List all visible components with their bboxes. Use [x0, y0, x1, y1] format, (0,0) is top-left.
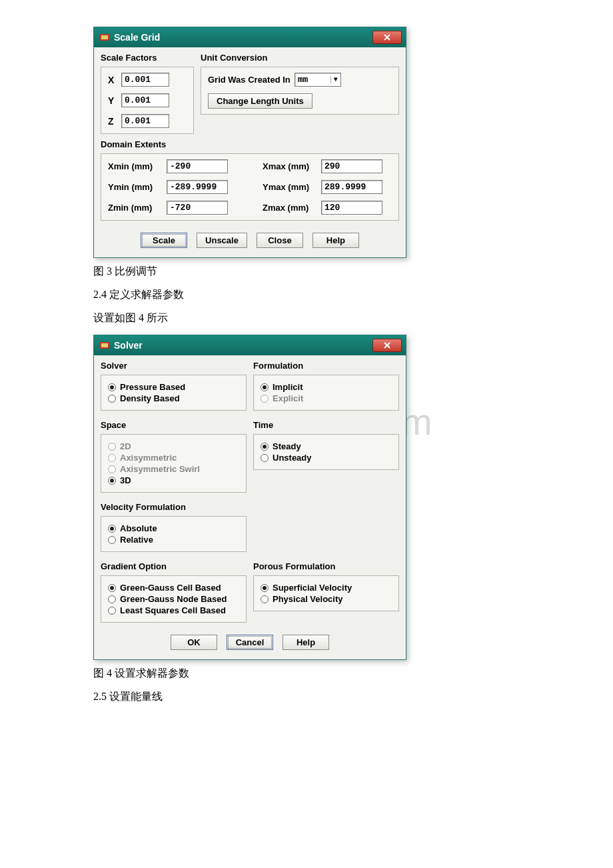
- radio-label: Green-Gauss Cell Based: [120, 583, 221, 593]
- close-window-button[interactable]: [372, 339, 402, 352]
- radio-icon: [108, 443, 116, 451]
- radio-lsq-cell[interactable]: Least Squares Cell Based: [108, 605, 239, 615]
- ymax-label: Ymax (mm): [263, 182, 317, 192]
- figure-4-caption: 图 4 设置求解器参数: [93, 667, 520, 681]
- dialog-title: Scale Grid: [114, 32, 160, 43]
- svg-rect-3: [101, 343, 108, 347]
- xmin-input[interactable]: [167, 159, 228, 173]
- radio-label: 2D: [120, 441, 131, 451]
- radio-icon: [261, 395, 269, 403]
- ymin-input[interactable]: [167, 180, 228, 194]
- ymax-input[interactable]: [321, 180, 382, 194]
- radio-label: Physical Velocity: [273, 594, 343, 604]
- radio-axisymmetric: Axisymmetric: [108, 453, 239, 463]
- ok-button[interactable]: OK: [171, 635, 217, 650]
- xmax-input[interactable]: [321, 159, 382, 173]
- zmax-input[interactable]: [321, 201, 382, 215]
- radio-icon: [261, 584, 269, 592]
- close-button[interactable]: Close: [257, 233, 303, 248]
- app-icon: [99, 32, 110, 43]
- radio-steady[interactable]: Steady: [261, 441, 392, 451]
- chevron-down-icon: ▼: [330, 76, 338, 83]
- unit-conversion-label: Unit Conversion: [201, 53, 399, 63]
- scale-y-input[interactable]: [121, 93, 169, 107]
- y-label: Y: [108, 95, 117, 106]
- domain-extents-label: Domain Extents: [101, 139, 399, 149]
- radio-gg-node[interactable]: Green-Gauss Node Based: [108, 594, 239, 604]
- radio-label: Absolute: [120, 523, 157, 533]
- time-group-label: Time: [253, 420, 399, 430]
- z-label: Z: [108, 116, 117, 127]
- radio-icon: [108, 536, 116, 544]
- radio-icon: [261, 443, 269, 451]
- radio-label: 3D: [120, 475, 131, 485]
- cancel-button[interactable]: Cancel: [227, 635, 273, 650]
- velocity-group-label: Velocity Formulation: [101, 502, 247, 512]
- radio-label: Relative: [120, 535, 153, 545]
- solver-dialog: Solver Solver Pressure Based: [93, 335, 406, 660]
- x-label: X: [108, 75, 117, 85]
- radio-explicit: Explicit: [261, 393, 392, 403]
- unscale-button[interactable]: Unscale: [197, 233, 247, 248]
- radio-icon: [108, 383, 116, 391]
- formulation-group-label: Formulation: [253, 361, 399, 371]
- grid-unit-value: mm: [298, 75, 308, 85]
- radio-label: Axisymmetric: [120, 453, 177, 463]
- radio-icon: [108, 525, 116, 533]
- radio-icon: [108, 595, 116, 603]
- radio-3d[interactable]: 3D: [108, 475, 239, 485]
- radio-icon: [108, 454, 116, 462]
- radio-label: Implicit: [273, 382, 303, 392]
- radio-label: Green-Gauss Node Based: [120, 594, 227, 604]
- space-group-label: Space: [101, 420, 247, 430]
- section-2-4-desc: 设置如图 4 所示: [93, 311, 520, 325]
- radio-axisymmetric-swirl: Axisymmetric Swirl: [108, 464, 239, 474]
- radio-relative[interactable]: Relative: [108, 535, 239, 545]
- zmin-input[interactable]: [167, 201, 228, 215]
- radio-absolute[interactable]: Absolute: [108, 523, 239, 533]
- grid-unit-select[interactable]: mm ▼: [295, 73, 341, 87]
- zmax-label: Zmax (mm): [263, 203, 317, 213]
- radio-icon: [108, 584, 116, 592]
- radio-superficial-velocity[interactable]: Superficial Velocity: [261, 583, 392, 593]
- section-2-5-heading: 2.5 设置能量线: [93, 690, 520, 704]
- zmin-label: Zmin (mm): [108, 203, 163, 213]
- radio-physical-velocity[interactable]: Physical Velocity: [261, 594, 392, 604]
- radio-icon: [261, 595, 269, 603]
- radio-pressure-based[interactable]: Pressure Based: [108, 382, 239, 392]
- radio-2d: 2D: [108, 441, 239, 451]
- svg-rect-1: [101, 35, 108, 39]
- radio-gg-cell[interactable]: Green-Gauss Cell Based: [108, 583, 239, 593]
- radio-icon: [261, 383, 269, 391]
- figure-3-caption: 图 3 比例调节: [93, 265, 520, 279]
- scale-factors-label: Scale Factors: [101, 53, 194, 63]
- ymin-label: Ymin (mm): [108, 182, 163, 192]
- section-2-4-heading: 2.4 定义求解器参数: [93, 288, 520, 302]
- app-icon: [99, 340, 110, 351]
- radio-implicit[interactable]: Implicit: [261, 382, 392, 392]
- change-length-units-button[interactable]: Change Length Units: [208, 93, 312, 109]
- scale-button[interactable]: Scale: [141, 233, 187, 248]
- xmin-label: Xmin (mm): [108, 161, 163, 171]
- radio-label: Axisymmetric Swirl: [120, 464, 200, 474]
- gradient-group-label: Gradient Option: [101, 561, 247, 571]
- radio-icon: [108, 465, 116, 473]
- radio-icon: [108, 395, 116, 403]
- radio-label: Explicit: [273, 393, 303, 403]
- porous-group-label: Porous Formulation: [253, 561, 399, 571]
- grid-created-in-label: Grid Was Created In: [208, 75, 291, 85]
- radio-unsteady[interactable]: Unsteady: [261, 453, 392, 463]
- radio-label: Superficial Velocity: [273, 583, 352, 593]
- close-window-button[interactable]: [372, 31, 402, 44]
- radio-icon: [108, 477, 116, 485]
- scale-x-input[interactable]: [121, 73, 169, 87]
- radio-icon: [261, 454, 269, 462]
- radio-label: Pressure Based: [120, 382, 185, 392]
- help-button[interactable]: Help: [312, 233, 359, 248]
- radio-label: Unsteady: [273, 453, 312, 463]
- radio-density-based[interactable]: Density Based: [108, 393, 239, 403]
- radio-label: Steady: [273, 441, 301, 451]
- help-button[interactable]: Help: [283, 635, 329, 650]
- scale-z-input[interactable]: [121, 114, 169, 128]
- titlebar: Solver: [94, 335, 406, 355]
